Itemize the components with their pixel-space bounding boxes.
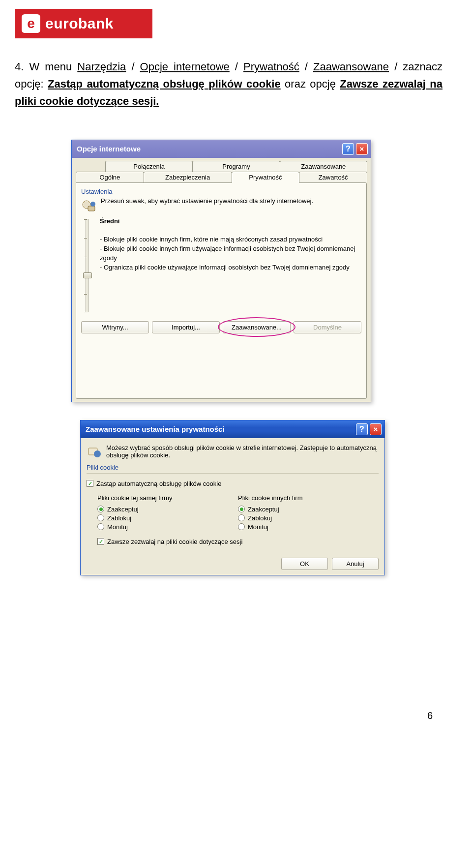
advanced-button[interactable]: Zaawansowane... xyxy=(223,321,291,333)
privacy-tab-panel: Ustawienia Przesuń suwak, aby wybrać ust… xyxy=(76,182,367,399)
close-button[interactable]: × xyxy=(370,423,382,435)
svg-rect-1 xyxy=(88,206,95,211)
titlebar-buttons: ? × xyxy=(342,143,368,155)
default-button: Domyślne xyxy=(294,321,361,333)
first-party-cookies-column: Pliki cookie tej samej firmy Zaakceptuj … xyxy=(97,494,238,532)
titlebar-buttons: ? × xyxy=(356,423,382,435)
third-party-cookies-column: Pliki cookie innych firm Zaakceptuj Zabl… xyxy=(238,494,379,532)
advanced-description: Możesz wybrać sposób obsługi plików cook… xyxy=(106,444,379,459)
third-party-block-radio[interactable]: Zablokuj xyxy=(238,514,379,522)
eurobank-logo: e eurobank xyxy=(15,9,152,38)
settings-description: Przesuń suwak, aby wybrać ustawienie pry… xyxy=(101,197,313,205)
privacy-level-name: Średni xyxy=(100,217,119,225)
svg-point-2 xyxy=(90,202,95,207)
advanced-privacy-dialog: Zaawansowane ustawienia prywatności ? × … xyxy=(80,420,385,575)
privacy-level-description: Średni - Blokuje pliki cookie innych fir… xyxy=(100,217,361,312)
close-button[interactable]: × xyxy=(356,143,368,155)
tab-polaczenia[interactable]: Połączenia xyxy=(105,161,193,172)
session-cookies-checkbox[interactable]: ✓ Zawsze zezwalaj na pliki cookie dotycz… xyxy=(87,538,379,545)
ok-button[interactable]: OK xyxy=(281,558,328,570)
title-text: Zaawansowane ustawienia prywatności xyxy=(86,425,225,433)
screenshot-area: Opcje internetowe ? × Połączenia Program… xyxy=(71,140,386,695)
privacy-slider[interactable] xyxy=(81,219,93,312)
tab-zabezpieczenia[interactable]: Zabezpieczenia xyxy=(144,172,232,182)
first-party-accept-radio[interactable]: Zaakceptuj xyxy=(97,506,238,513)
page-number: 6 xyxy=(15,710,442,721)
eurobank-logo-icon: e xyxy=(22,14,40,33)
tab-ogolne[interactable]: Ogólne xyxy=(76,172,144,182)
first-party-block-radio[interactable]: Zablokuj xyxy=(97,514,238,522)
tab-zawartosc[interactable]: Zawartość xyxy=(299,172,367,182)
title-text: Opcje internetowe xyxy=(77,145,141,153)
third-party-prompt-radio[interactable]: Monituj xyxy=(238,523,379,531)
titlebar-advanced-privacy: Zaawansowane ustawienia prywatności ? × xyxy=(81,420,384,438)
first-party-prompt-radio[interactable]: Monituj xyxy=(97,523,238,531)
cookie-icon xyxy=(87,444,102,460)
cookies-section-label: Pliki cookie xyxy=(87,464,379,471)
eurobank-logo-text: eurobank xyxy=(45,15,114,32)
titlebar-internet-options: Opcje internetowe ? × xyxy=(72,140,371,158)
help-button[interactable]: ? xyxy=(356,423,368,435)
instruction-step: 4. W menu Narzędzia / Opcje internetowe … xyxy=(15,58,442,110)
third-party-cookies-label: Pliki cookie innych firm xyxy=(238,494,379,502)
help-button[interactable]: ? xyxy=(342,143,354,155)
svg-point-4 xyxy=(94,450,101,457)
cancel-button[interactable]: Anuluj xyxy=(332,558,379,570)
internet-options-dialog: Opcje internetowe ? × Połączenia Program… xyxy=(71,140,371,402)
first-party-cookies-label: Pliki cookie tej samej firmy xyxy=(97,494,238,502)
tab-programy[interactable]: Programy xyxy=(192,161,280,172)
override-cookie-checkbox[interactable]: ✓ Zastąp automatyczną obsługę plików coo… xyxy=(87,480,379,487)
tab-zaawansowane[interactable]: Zaawansowane xyxy=(280,161,367,172)
privacy-icon xyxy=(81,197,97,213)
tab-prywatnosc[interactable]: Prywatność xyxy=(232,172,300,183)
sites-button[interactable]: Witryny... xyxy=(81,321,149,333)
import-button[interactable]: Importuj... xyxy=(152,321,220,333)
settings-section-label: Ustawienia xyxy=(81,188,361,195)
third-party-accept-radio[interactable]: Zaakceptuj xyxy=(238,506,379,513)
